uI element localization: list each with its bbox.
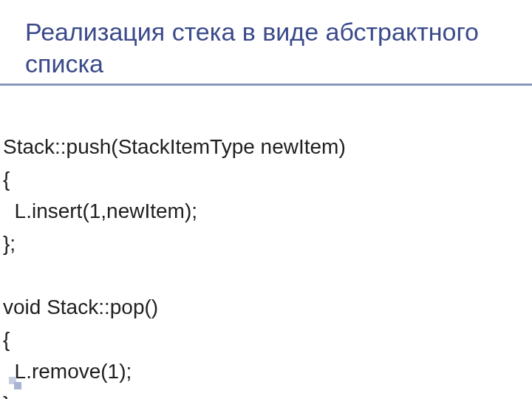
corner-accent-icon <box>9 377 22 390</box>
code-line: }; <box>3 232 16 255</box>
title-underline <box>0 83 532 86</box>
slide: Реализация стека в виде абстрактного спи… <box>0 0 532 399</box>
slide-title: Реализация стека в виде абстрактного спи… <box>25 16 517 79</box>
slide-body: Stack::push(StackItemType newItem) { L.i… <box>25 99 517 399</box>
code-line: L.remove(1); <box>3 360 132 383</box>
code-line: { <box>3 168 10 191</box>
code-line: Stack::push(StackItemType newItem) <box>3 135 346 158</box>
code-line: void Stack::pop() <box>3 296 158 318</box>
code-line: { <box>3 328 10 351</box>
code-line: L.insert(1,newItem); <box>3 200 197 222</box>
code-line: } <box>3 392 10 399</box>
code-block: Stack::push(StackItemType newItem) { L.i… <box>3 99 517 399</box>
